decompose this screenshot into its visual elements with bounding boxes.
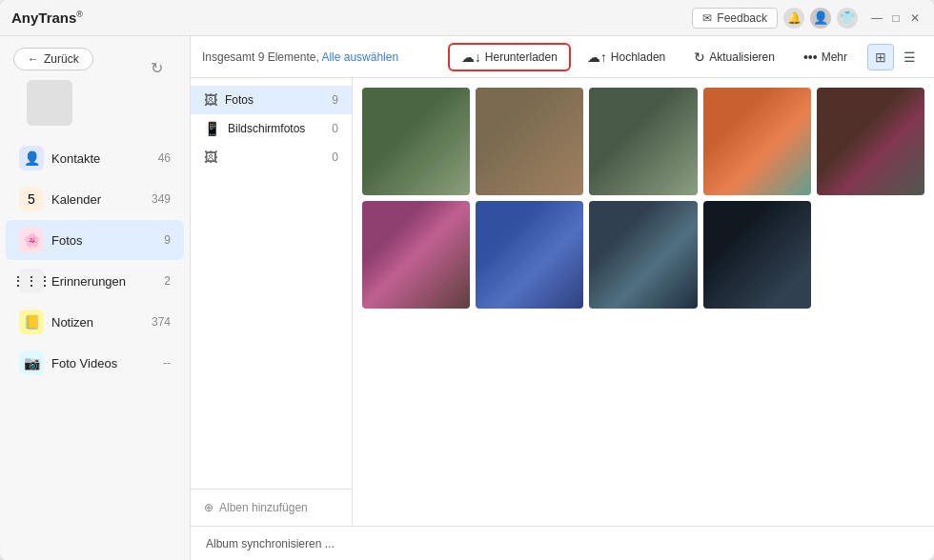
- more-icon: •••: [803, 50, 818, 65]
- sidebar-item-count-fotovideos: --: [163, 356, 171, 370]
- photo-cell-3[interactable]: [589, 88, 697, 195]
- photo-cell-2[interactable]: [476, 88, 583, 195]
- more-label: Mehr: [822, 50, 847, 64]
- title-bar-left: AnyTrans®: [11, 10, 83, 26]
- subnav-count-fotos: 9: [332, 93, 338, 107]
- subnav-icon-bildschirmfotos: 📱: [204, 121, 220, 136]
- main-layout: ← Zurück ↻ 👤 Kontakte 46 5 Kalender 349 …: [0, 36, 934, 560]
- subnav-label-fotos: Fotos: [225, 93, 324, 107]
- photo-cell-4[interactable]: [703, 88, 811, 195]
- sidebar-item-label-fotos: Fotos: [51, 233, 156, 248]
- grid-view-button[interactable]: ⊞: [867, 44, 894, 70]
- feedback-button[interactable]: ✉ Feedback: [692, 8, 778, 29]
- subnav-item-fotos[interactable]: 🖼 Fotos 9: [191, 86, 352, 114]
- sidebar-item-fotos[interactable]: 🌸 Fotos 9: [6, 220, 184, 260]
- sidebar-item-fotovideos[interactable]: 📷 Foto Videos --: [6, 343, 184, 383]
- photo-cell-5[interactable]: [817, 88, 924, 195]
- upload-button[interactable]: ☁↑ Hochladen: [575, 44, 678, 70]
- photo-cell-9[interactable]: [703, 201, 811, 309]
- photo-cell-1[interactable]: [362, 88, 470, 195]
- back-button[interactable]: ← Zurück: [13, 48, 93, 70]
- add-album-icon: ⊕: [204, 501, 213, 514]
- photo-cell-7[interactable]: [476, 201, 583, 309]
- subnav: 🖼 Fotos 9 📱 Bildschirmfotos 0 🖼 0: [191, 78, 353, 179]
- download-label: Herunterladen: [485, 50, 558, 64]
- notification-icon[interactable]: 🔔: [783, 8, 804, 29]
- subnav-item-other[interactable]: 🖼 0: [191, 143, 352, 171]
- content-area: Insgesamt 9 Elemente, Alle auswählen ☁↓ …: [191, 36, 934, 560]
- subnav-and-grid: 🖼 Fotos 9 📱 Bildschirmfotos 0 🖼 0 ⊕ Albe…: [191, 78, 934, 526]
- bottom-bar: Album synchronisieren ...: [191, 526, 934, 560]
- update-button[interactable]: ↻ Aktualisieren: [681, 44, 787, 70]
- sidebar-item-icon-erinnerungen: ⋮⋮⋮: [19, 269, 44, 293]
- sidebar-item-label-fotovideos: Foto Videos: [51, 356, 155, 370]
- sidebar-item-icon-notizen: 📒: [19, 310, 44, 334]
- subnav-icon-fotos: 🖼: [204, 92, 217, 108]
- toolbar-info: Insgesamt 9 Elemente, Alle auswählen: [202, 50, 448, 64]
- sidebar-item-label-kalender: Kalender: [51, 192, 144, 207]
- update-label: Aktualisieren: [709, 50, 775, 64]
- sidebar-item-label-notizen: Notizen: [51, 315, 144, 330]
- photo-cell-6[interactable]: [362, 201, 470, 309]
- upload-icon: ☁↑: [587, 50, 607, 65]
- back-arrow-icon: ←: [28, 52, 39, 66]
- toolbar: Insgesamt 9 Elemente, Alle auswählen ☁↓ …: [191, 36, 934, 78]
- sidebar-item-icon-fotos: 🌸: [19, 228, 44, 252]
- sidebar-item-kontakte[interactable]: 👤 Kontakte 46: [6, 138, 184, 178]
- toolbar-actions: ☁↓ Herunterladen ☁↑ Hochladen ↻ Aktualis…: [448, 43, 923, 71]
- title-bar: AnyTrans® ✉ Feedback 🔔 👤 👕 — □ ✕: [0, 0, 934, 36]
- photo-cell-8[interactable]: [589, 201, 697, 309]
- subnav-icon-other: 🖼: [204, 150, 217, 165]
- sidebar-item-count-kontakte: 46: [158, 151, 171, 165]
- more-button[interactable]: ••• Mehr: [791, 44, 860, 70]
- refresh-icon[interactable]: ↻: [151, 59, 163, 77]
- download-button[interactable]: ☁↓ Herunterladen: [448, 43, 571, 71]
- sidebar-nav: 👤 Kontakte 46 5 Kalender 349 🌸 Fotos 9 ⋮…: [0, 137, 190, 560]
- total-info: Insgesamt 9 Elemente,: [202, 50, 319, 64]
- sidebar-item-count-erinnerungen: 2: [164, 274, 171, 288]
- back-label: Zurück: [44, 52, 79, 66]
- title-bar-right: ✉ Feedback 🔔 👤 👕 — □ ✕: [692, 8, 923, 29]
- subnav-count-other: 0: [332, 150, 338, 164]
- feedback-label: Feedback: [717, 11, 767, 25]
- restore-button[interactable]: □: [888, 10, 904, 26]
- download-icon: ☁↓: [461, 50, 481, 65]
- sidebar-header-row: ← Zurück ↻: [13, 48, 176, 70]
- close-button[interactable]: ✕: [907, 10, 923, 26]
- photo-grid-container: [353, 78, 934, 526]
- add-album-footer[interactable]: ⊕ Alben hinzufügen: [191, 489, 352, 526]
- subnav-item-bildschirmfotos[interactable]: 📱 Bildschirmfotos 0: [191, 114, 352, 143]
- sidebar-item-kalender[interactable]: 5 Kalender 349: [6, 179, 184, 219]
- sidebar-item-count-kalender: 349: [152, 192, 171, 206]
- device-avatar: [27, 80, 72, 126]
- app-logo: AnyTrans®: [11, 10, 83, 26]
- window-controls: — □ ✕: [869, 10, 923, 26]
- view-toggle: ⊞ ☰: [867, 44, 923, 70]
- sidebar-header: ← Zurück ↻: [0, 36, 190, 137]
- subnav-count-bildschirmfotos: 0: [332, 122, 338, 135]
- sidebar-item-label-kontakte: Kontakte: [51, 151, 151, 166]
- sidebar-item-icon-kontakte: 👤: [19, 146, 44, 170]
- user-avatar-icon[interactable]: 👤: [810, 8, 831, 29]
- bottom-bar-label: Album synchronisieren ...: [206, 537, 335, 550]
- sidebar-item-count-notizen: 374: [152, 315, 171, 329]
- sidebar: ← Zurück ↻ 👤 Kontakte 46 5 Kalender 349 …: [0, 36, 191, 560]
- subnav-container: 🖼 Fotos 9 📱 Bildschirmfotos 0 🖼 0 ⊕ Albe…: [191, 78, 353, 526]
- upload-label: Hochladen: [611, 50, 665, 64]
- device-icon[interactable]: 👕: [837, 8, 858, 29]
- photo-grid: [362, 88, 924, 309]
- sidebar-item-icon-kalender: 5: [19, 187, 44, 211]
- subnav-label-bildschirmfotos: Bildschirmfotos: [228, 122, 324, 135]
- select-all-link[interactable]: Alle auswählen: [321, 50, 398, 64]
- sidebar-item-notizen[interactable]: 📒 Notizen 374: [6, 302, 184, 342]
- list-view-button[interactable]: ☰: [896, 44, 923, 70]
- app-window: AnyTrans® ✉ Feedback 🔔 👤 👕 — □ ✕: [0, 0, 934, 560]
- sidebar-item-count-fotos: 9: [164, 233, 171, 247]
- update-icon: ↻: [694, 50, 705, 65]
- mail-icon: ✉: [702, 11, 712, 25]
- sidebar-item-icon-fotovideos: 📷: [19, 350, 44, 375]
- minimize-button[interactable]: —: [869, 10, 884, 26]
- sidebar-item-erinnerungen[interactable]: ⋮⋮⋮ Erinnerungen 2: [6, 261, 184, 301]
- sidebar-item-label-erinnerungen: Erinnerungen: [51, 274, 156, 289]
- add-album-label: Alben hinzufügen: [219, 501, 308, 514]
